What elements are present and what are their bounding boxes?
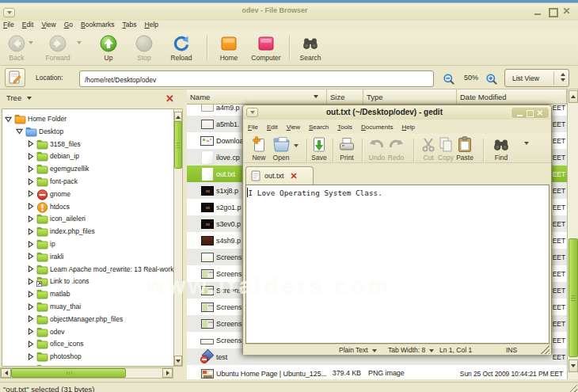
copy-button[interactable]: Copy bbox=[435, 135, 456, 162]
menu-tools[interactable]: Tools bbox=[333, 124, 357, 131]
gedit-titlebar[interactable]: out.txt (~/Desktop/odev) - gedit ✕ bbox=[243, 105, 551, 120]
location-edit-toggle-button[interactable] bbox=[5, 68, 25, 87]
expander-collapsed-icon[interactable] bbox=[27, 140, 34, 147]
tree-item-ofice-icons[interactable]: ofice_icons bbox=[2, 337, 173, 350]
toolbar-overflow-icon[interactable] bbox=[524, 145, 529, 159]
tree-horizontal-scrollbar[interactable] bbox=[0, 367, 173, 379]
expander-collapsed-icon[interactable] bbox=[27, 241, 34, 248]
expander-collapsed-icon[interactable] bbox=[27, 203, 34, 210]
back-dropdown-icon[interactable] bbox=[29, 44, 33, 59]
expander-collapsed-icon[interactable] bbox=[27, 215, 34, 223]
expander-collapsed-icon[interactable] bbox=[27, 303, 34, 310]
resize-grip[interactable] bbox=[567, 384, 577, 392]
close-button[interactable]: ✕ bbox=[537, 109, 543, 116]
expander-collapsed-icon[interactable] bbox=[27, 190, 34, 197]
expander-expanded-icon[interactable] bbox=[5, 116, 12, 123]
language-selector[interactable]: Plain Text bbox=[339, 346, 377, 354]
open-dropdown-icon[interactable] bbox=[294, 147, 299, 162]
menu-search[interactable]: Search bbox=[304, 124, 333, 131]
expander-collapsed-icon[interactable] bbox=[27, 253, 34, 260]
zoom-out-button[interactable] bbox=[443, 73, 455, 86]
expander-collapsed-icon[interactable] bbox=[27, 178, 34, 185]
scroll-down-button[interactable] bbox=[174, 356, 182, 366]
list-vertical-scrollbar[interactable] bbox=[567, 89, 578, 379]
maximize-button[interactable] bbox=[527, 109, 533, 116]
minimize-button[interactable] bbox=[517, 109, 523, 116]
tree-item-icon-aileleri[interactable]: icon_aileleri bbox=[2, 212, 173, 225]
tree-item-objectmanager-php-files[interactable]: objectManager.php_files bbox=[2, 313, 173, 325]
scrollbar-thumb[interactable] bbox=[174, 121, 182, 169]
menu-edit[interactable]: Edit bbox=[262, 124, 282, 131]
tree-item-muay-thai[interactable]: muay_thai bbox=[2, 300, 173, 313]
home-button[interactable]: Home bbox=[213, 33, 245, 62]
tree-item[interactable] bbox=[2, 363, 173, 367]
expander-collapsed-icon[interactable] bbox=[27, 315, 34, 322]
undo-button[interactable]: Undo bbox=[367, 135, 387, 162]
tree-item-irakli[interactable]: irakli bbox=[2, 250, 173, 263]
expander-collapsed-icon[interactable] bbox=[27, 353, 34, 360]
tree-item-htdocs[interactable]: htdocs bbox=[2, 200, 173, 213]
expander-collapsed-icon[interactable] bbox=[27, 153, 34, 160]
column-header-date-modified[interactable]: Date Modified bbox=[457, 89, 567, 104]
redo-button[interactable]: Redo bbox=[386, 135, 406, 162]
menu-help[interactable]: Help bbox=[141, 21, 162, 32]
expander-collapsed-icon[interactable] bbox=[27, 278, 34, 285]
stop-button[interactable]: Stop bbox=[129, 33, 159, 62]
tree-item-debian-ip[interactable]: debian_ip bbox=[2, 150, 173, 162]
column-header-type[interactable]: Type bbox=[363, 89, 457, 104]
up-button[interactable]: Up bbox=[94, 33, 123, 62]
scroll-up-button[interactable] bbox=[568, 90, 578, 103]
tab-close-icon[interactable]: ✕ bbox=[291, 172, 298, 180]
resize-grip[interactable] bbox=[541, 345, 549, 354]
search-button[interactable]: Search bbox=[294, 33, 327, 62]
menu-view[interactable]: View bbox=[282, 124, 304, 131]
menu-view[interactable]: View bbox=[37, 21, 59, 32]
print-button[interactable]: Print bbox=[337, 135, 357, 162]
expander-collapsed-icon[interactable] bbox=[27, 166, 34, 173]
expander-collapsed-icon[interactable] bbox=[27, 328, 34, 335]
tree-item-gnome[interactable]: gnome bbox=[2, 188, 173, 200]
close-button[interactable]: ✕ bbox=[562, 7, 571, 16]
menu-file[interactable]: File bbox=[0, 21, 18, 32]
column-header-size[interactable]: Size bbox=[327, 89, 363, 104]
tab-out-txt[interactable]: out.txt ✕ bbox=[245, 166, 314, 185]
tree-item-egemguzellik[interactable]: egemguzellik bbox=[2, 162, 173, 175]
file-row-ubuntu-home-page-ubuntu-125-[interactable]: Ubuntu Home Page | Ubuntu_125... 379.4 K… bbox=[187, 365, 578, 379]
tree-item-index-php-files[interactable]: index.php_files bbox=[2, 225, 173, 238]
minimize-button[interactable] bbox=[534, 7, 542, 16]
tree-item-home-folder[interactable]: Home Folder bbox=[2, 112, 173, 125]
new-button[interactable]: New bbox=[249, 135, 269, 162]
expander-collapsed-icon[interactable] bbox=[27, 291, 34, 298]
tree-item-font-pack[interactable]: font-pack bbox=[2, 175, 173, 188]
column-header-name[interactable]: Name bbox=[187, 89, 327, 104]
forward-button[interactable]: Forward bbox=[41, 33, 74, 62]
menu-bookmarks[interactable]: Bookmarks bbox=[77, 21, 119, 32]
tree-vertical-scrollbar[interactable] bbox=[173, 108, 183, 367]
expander-collapsed-icon[interactable] bbox=[27, 228, 34, 235]
expander-collapsed-icon[interactable] bbox=[27, 341, 34, 348]
tree-item-desktop[interactable]: Desktop bbox=[2, 125, 173, 138]
view-mode-combobox[interactable]: List View bbox=[504, 69, 569, 87]
menu-edit[interactable]: Edit bbox=[18, 21, 38, 32]
tree-item-ip[interactable]: ip bbox=[2, 238, 173, 250]
scroll-left-button[interactable] bbox=[1, 368, 11, 378]
scrollbar-thumb[interactable] bbox=[11, 368, 126, 378]
scroll-right-button[interactable] bbox=[162, 368, 173, 378]
sidebar-view-selector[interactable]: Tree bbox=[6, 93, 32, 102]
paste-button[interactable]: Paste bbox=[454, 135, 475, 162]
sidebar-close-icon[interactable]: ✕ bbox=[165, 93, 174, 104]
menu-file[interactable]: File bbox=[248, 124, 262, 131]
browser-titlebar[interactable]: odev - File Browser ✕ bbox=[0, 3, 578, 21]
open-button[interactable]: Open bbox=[271, 135, 291, 162]
tree-item-photoshop[interactable]: photoshop bbox=[2, 350, 173, 363]
menu-go[interactable]: Go bbox=[60, 21, 77, 32]
back-button[interactable]: Back bbox=[3, 33, 30, 62]
maximize-button[interactable] bbox=[548, 7, 557, 16]
menu-tabs[interactable]: Tabs bbox=[119, 21, 141, 32]
scrollbar-thumb[interactable] bbox=[568, 238, 578, 357]
menu-documents[interactable]: Documents bbox=[356, 124, 397, 131]
expander-collapsed-icon[interactable] bbox=[27, 265, 34, 272]
expander-collapsed-icon[interactable] bbox=[27, 366, 34, 367]
scroll-down-button[interactable] bbox=[568, 360, 578, 372]
gedit-text-area[interactable]: I Love Operating System Class. bbox=[245, 185, 549, 344]
